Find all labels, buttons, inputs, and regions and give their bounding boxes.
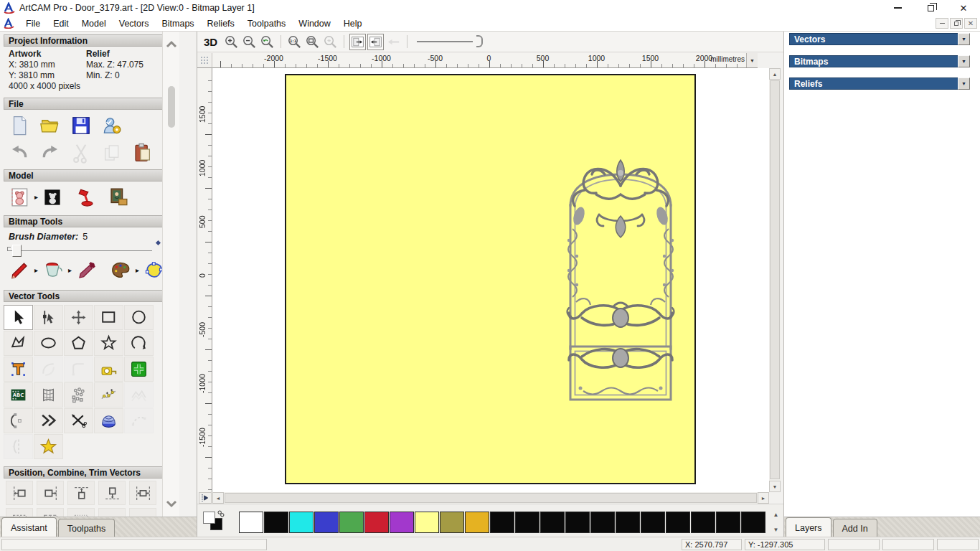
open-model[interactable] — [38, 113, 62, 138]
palette-swatch[interactable] — [239, 512, 263, 533]
scrollbar-thumb[interactable] — [225, 493, 757, 503]
block-copy[interactable] — [64, 382, 93, 408]
spin-vectors[interactable] — [94, 408, 123, 433]
section-bitmap-tools[interactable]: Bitmap Tools ▲ — [4, 215, 176, 227]
palette-swatch[interactable] — [289, 512, 314, 533]
mdi-minimize-button[interactable] — [936, 18, 948, 29]
menu-model[interactable]: Model — [75, 17, 113, 30]
tab-assistant[interactable]: Assistant — [1, 517, 57, 537]
current-colour-selector[interactable] — [203, 510, 226, 533]
assistant-scrollbar[interactable] — [162, 32, 179, 517]
vectors-header[interactable]: Vectors — [789, 33, 958, 45]
palette-scroll-down-icon[interactable]: ▼ — [771, 525, 781, 534]
tab-add-in[interactable]: Add In — [833, 519, 877, 537]
palette-swatch[interactable] — [741, 512, 765, 533]
scroll-left-icon[interactable]: ◄ — [212, 492, 224, 504]
paint[interactable] — [7, 258, 32, 283]
palette-swatch[interactable] — [590, 512, 615, 533]
menu-vectors[interactable]: Vectors — [113, 17, 156, 30]
measure[interactable] — [94, 357, 123, 382]
centre-in-page[interactable] — [67, 508, 95, 517]
previous-view[interactable] — [385, 34, 402, 50]
scroll-up-icon[interactable]: ▲ — [769, 68, 781, 80]
align-right[interactable] — [37, 481, 64, 505]
create-star[interactable] — [94, 331, 123, 356]
slider-handle[interactable] — [476, 35, 483, 47]
align-left[interactable] — [6, 481, 33, 505]
section-model[interactable]: Model ▲ — [4, 169, 176, 182]
drawing-viewport[interactable] — [212, 68, 769, 492]
palette-swatch[interactable] — [691, 512, 715, 533]
menu-reliefs[interactable]: Reliefs — [201, 17, 241, 30]
envelope-distortion[interactable] — [34, 382, 63, 408]
new-model[interactable] — [7, 113, 32, 138]
node-editing[interactable] — [34, 305, 63, 330]
view-3d-button[interactable]: 3D — [204, 36, 222, 48]
zoom-out[interactable] — [241, 34, 258, 50]
colour-picker[interactable] — [75, 258, 99, 283]
select-vectors[interactable] — [4, 305, 33, 330]
palette-swatch[interactable] — [415, 512, 439, 533]
create-ellipse[interactable] — [34, 331, 63, 356]
menu-file[interactable]: File — [19, 17, 47, 30]
toggle-assistant-pane[interactable] — [349, 34, 366, 50]
mirror-vectors[interactable] — [4, 434, 33, 459]
wrap-text[interactable] — [34, 357, 63, 382]
trim-vectors[interactable] — [64, 408, 93, 433]
palette-swatch[interactable] — [465, 512, 489, 533]
palette-swatch[interactable] — [641, 512, 665, 533]
paste[interactable] — [131, 141, 155, 165]
lighting[interactable] — [73, 185, 98, 209]
create-rectangle[interactable] — [94, 305, 123, 330]
restore-button[interactable] — [914, 0, 947, 16]
align-bottom[interactable] — [98, 481, 126, 505]
copy[interactable] — [100, 141, 124, 165]
create-polygon[interactable] — [64, 331, 93, 356]
arc-through-points[interactable] — [4, 408, 33, 433]
unwrap-vectors[interactable] — [124, 382, 154, 408]
scatter-vectors[interactable] — [98, 508, 126, 517]
section-project-information[interactable]: Project Information ▲ — [4, 34, 176, 47]
toggle-right-pane[interactable] — [367, 34, 384, 50]
fit-arcs[interactable] — [124, 408, 154, 433]
palette-swatch[interactable] — [565, 512, 590, 533]
palette-swatch[interactable] — [390, 512, 414, 533]
section-file[interactable]: File ▲ — [4, 98, 176, 110]
model-wizard[interactable] — [100, 113, 124, 138]
palette-swatch[interactable] — [364, 512, 389, 533]
zoom-1-to-1[interactable] — [286, 34, 303, 50]
mdi-restore-button[interactable] — [950, 18, 963, 29]
align-in-rectangle-h[interactable] — [6, 508, 33, 517]
expand-icon[interactable]: ▼ — [958, 33, 970, 45]
redo[interactable] — [38, 141, 62, 165]
scrollbar-thumb[interactable] — [770, 80, 780, 479]
horizontal-scrollbar[interactable]: ◄ ► — [212, 492, 769, 504]
model-from-greyscale[interactable] — [40, 185, 65, 209]
scroll-down-icon[interactable] — [164, 496, 179, 511]
palette-swatch[interactable] — [339, 512, 364, 533]
primary-colour[interactable] — [203, 512, 215, 524]
palette-swatch[interactable] — [314, 512, 339, 533]
expand-icon[interactable]: ▼ — [958, 77, 970, 90]
create-polyline[interactable] — [4, 331, 33, 356]
create-text[interactable] — [4, 357, 33, 382]
menu-toolpaths[interactable]: Toolpaths — [241, 17, 293, 30]
save-model[interactable] — [69, 113, 93, 138]
units-dropdown-icon[interactable]: ▼ — [746, 53, 758, 67]
minimize-button[interactable] — [881, 0, 914, 16]
palette-swatch[interactable] — [616, 512, 640, 533]
zoom-to-object[interactable] — [322, 34, 339, 50]
transform-vectors[interactable] — [64, 305, 93, 330]
menu-help[interactable]: Help — [337, 17, 369, 30]
palette-scroll-up-icon[interactable]: ▲ — [771, 510, 781, 519]
undo[interactable] — [7, 141, 32, 165]
zoom-previous[interactable] — [259, 34, 275, 50]
zoom-to-fit[interactable] — [304, 34, 321, 50]
detail-slider[interactable] — [417, 34, 483, 49]
text-in-a-box[interactable] — [4, 382, 33, 408]
scrollbar-thumb[interactable] — [168, 86, 175, 128]
tab-layers[interactable]: Layers — [786, 517, 831, 537]
palette-swatch[interactable] — [264, 512, 288, 533]
scroll-up-icon[interactable] — [164, 37, 179, 52]
palette-swatch[interactable] — [540, 512, 565, 533]
